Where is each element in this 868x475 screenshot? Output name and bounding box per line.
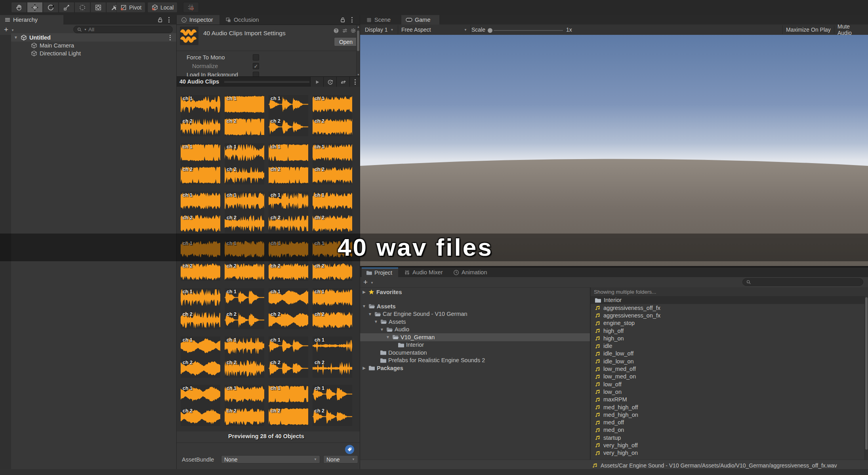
tree-item-car-engine-sound[interactable]: ▼ Car Engine Sound - V10 German	[360, 310, 590, 318]
maximize-on-play-button[interactable]: Maximize On Play	[783, 25, 834, 35]
tab-occlusion[interactable]: Occlusion	[221, 15, 265, 25]
tree-item-assets-inner[interactable]: ▼ Assets	[360, 318, 590, 326]
assetbundle-tag-icon[interactable]	[345, 445, 354, 454]
local-toggle-button[interactable]: Local	[147, 2, 177, 13]
audio-clip-preview[interactable]: ch 1ch 2	[225, 385, 264, 426]
scene-menu-icon[interactable]	[170, 35, 171, 40]
aspect-dropdown[interactable]: Free Aspect▼	[398, 25, 470, 35]
tree-item-prefabs[interactable]: Prefabs for Realistic Engine Sounds 2	[360, 357, 590, 365]
tab-animation[interactable]: Animation	[449, 268, 493, 277]
audio-clip-preview[interactable]: ch 1ch 2	[181, 192, 220, 233]
scrollbar-thumb[interactable]	[865, 297, 868, 450]
create-asset-dropdown-arrow[interactable]: ▼	[370, 281, 374, 285]
audio-clip-preview[interactable]: ch 1ch 2	[269, 95, 308, 136]
panel-menu-icon[interactable]	[351, 17, 353, 23]
hierarchy-item-main-camera[interactable]: Main Camera	[11, 42, 176, 49]
file-row[interactable]: idle	[591, 342, 868, 350]
file-row[interactable]: aggressiveness_off_fx	[591, 304, 868, 312]
tab-scene[interactable]: Scene	[362, 15, 400, 25]
file-row-interior-folder[interactable]: Interior	[591, 296, 868, 304]
tab-game[interactable]: Game	[401, 15, 439, 25]
audio-clip-preview[interactable]: ch 1ch 2	[313, 143, 352, 184]
hierarchy-search-input[interactable]: ▼ All	[73, 26, 173, 33]
preview-loop-button[interactable]	[336, 77, 350, 87]
tree-item-interior[interactable]: Interior	[360, 341, 590, 349]
foldout-arrow[interactable]: ▶	[362, 290, 366, 294]
file-row[interactable]: high_off	[591, 327, 868, 334]
audio-clip-preview[interactable]: ch 1ch 2	[181, 336, 220, 378]
tree-item-documentation[interactable]: Documentation	[360, 349, 590, 357]
preview-autoplay-button[interactable]	[323, 77, 337, 87]
preview-drag-handle[interactable]	[224, 81, 309, 82]
file-row[interactable]: high_on	[591, 334, 868, 342]
hierarchy-item-directional-light[interactable]: Directional Light	[11, 49, 176, 57]
file-row[interactable]: low_on	[591, 388, 868, 395]
audio-clip-preview[interactable]: ch 1ch 2	[181, 95, 220, 136]
foldout-arrow[interactable]: ▼	[362, 304, 366, 308]
audio-clip-preview[interactable]: ch 1ch 2	[313, 288, 352, 329]
pivot-toggle-button[interactable]: Pivot	[116, 2, 145, 13]
audio-clip-preview[interactable]: ch 1ch 2	[225, 336, 264, 378]
audio-clip-preview[interactable]: ch 1ch 2	[269, 288, 308, 329]
file-row[interactable]: idle_low_off	[591, 350, 868, 357]
lock-icon[interactable]	[340, 17, 346, 23]
presets-icon[interactable]	[342, 28, 348, 34]
tab-inspector[interactable]: Inspector	[177, 15, 219, 25]
foldout-arrow[interactable]: ▼	[380, 327, 384, 332]
search-filter-arrow[interactable]: ▼	[84, 28, 87, 31]
create-dropdown-arrow[interactable]: ▼	[11, 28, 14, 32]
lock-icon[interactable]	[157, 17, 163, 23]
assetbundle-variant-dropdown[interactable]: None▼	[323, 455, 358, 464]
tree-item-v10-german[interactable]: ▼ V10_German	[360, 333, 590, 341]
audio-clip-preview[interactable]: ch 1ch 2	[313, 192, 352, 233]
panel-menu-icon[interactable]	[168, 17, 170, 23]
normalize-checkbox[interactable]: ✓	[253, 63, 259, 69]
tab-audio-mixer[interactable]: Audio Mixer	[400, 268, 447, 277]
file-list-scrollbar[interactable]	[864, 296, 868, 460]
project-search-input[interactable]	[742, 278, 863, 286]
audio-clip-preview[interactable]: ch 1ch 2	[225, 95, 264, 136]
tab-project[interactable]: Project	[362, 268, 398, 277]
file-row[interactable]: med_on	[591, 426, 868, 434]
audio-clip-preview[interactable]: ch 1ch 2	[269, 143, 308, 184]
file-row[interactable]: low_med_off	[591, 365, 868, 372]
file-row[interactable]: aggressiveness_on_fx	[591, 312, 868, 319]
scale-slider-knob[interactable]	[488, 28, 492, 33]
file-row[interactable]: med_high_on	[591, 411, 868, 418]
file-row[interactable]: low_off	[591, 380, 868, 388]
file-row[interactable]: very_high_off	[591, 441, 868, 449]
audio-clip-preview[interactable]: ch 1ch 2	[313, 385, 352, 426]
scene-row[interactable]: ▼ Untitled	[11, 33, 176, 42]
file-row[interactable]: engine_stop	[591, 319, 868, 327]
audio-clip-preview[interactable]: ch 1ch 2	[181, 288, 220, 329]
scale-slider-track[interactable]	[494, 30, 563, 31]
preview-menu-button[interactable]	[349, 77, 361, 87]
assetbundle-name-dropdown[interactable]: None▼	[221, 455, 320, 464]
audio-clip-preview[interactable]: ch 1ch 2	[313, 95, 352, 136]
gear-icon[interactable]	[350, 28, 356, 34]
file-row[interactable]: startup	[591, 434, 868, 441]
tree-item-audio[interactable]: ▼ Audio	[360, 326, 590, 334]
audio-clip-preview[interactable]: ch 1ch 2	[225, 192, 264, 233]
create-asset-button[interactable]: +	[363, 278, 368, 286]
audio-clip-preview[interactable]: ch 1ch 2	[269, 336, 308, 378]
audio-clip-preview[interactable]: ch 1ch 2	[269, 385, 308, 426]
audio-clip-preview[interactable]: ch 1ch 2	[269, 192, 308, 233]
tab-hierarchy[interactable]: Hierarchy	[0, 15, 63, 25]
file-row[interactable]: med_off	[591, 418, 868, 426]
game-viewport[interactable]	[360, 35, 868, 266]
foldout-arrow[interactable]: ▼	[385, 335, 390, 339]
move-tool-button[interactable]	[27, 2, 43, 13]
foldout-arrow[interactable]: ▼	[13, 35, 18, 40]
audio-clip-preview[interactable]: ch 1ch 2	[181, 385, 220, 426]
foldout-arrow[interactable]: ▼	[374, 319, 378, 324]
foldout-arrow[interactable]: ▶	[362, 366, 366, 370]
audio-clip-preview[interactable]: ch 1ch 2	[181, 143, 220, 184]
file-row[interactable]: idle_low_on	[591, 357, 868, 365]
hand-tool-button[interactable]	[11, 2, 27, 13]
mute-audio-button[interactable]: Mute Audio	[834, 25, 868, 35]
audio-clip-preview[interactable]: ch 1ch 2	[225, 288, 264, 329]
file-row[interactable]: med_high_off	[591, 403, 868, 411]
open-button[interactable]: Open	[334, 37, 358, 46]
transform-tool-button[interactable]	[90, 2, 106, 13]
